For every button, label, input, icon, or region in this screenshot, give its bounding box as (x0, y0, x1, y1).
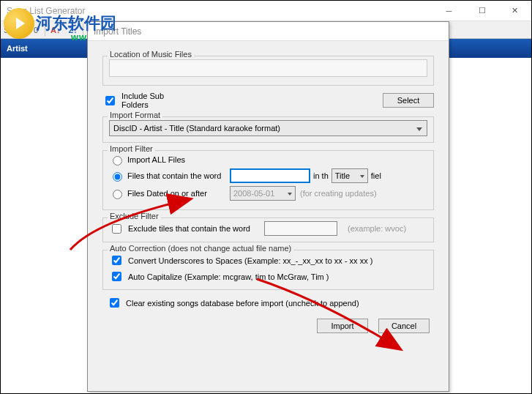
filter-all-radio[interactable] (113, 156, 122, 166)
location-fieldset: Location of Music Files (102, 56, 434, 86)
exclude-checkbox[interactable] (112, 224, 121, 234)
column-artist[interactable]: Artist (7, 44, 28, 53)
close-button[interactable]: ✕ (498, 1, 531, 21)
include-sub-label: Include Sub Folders (121, 92, 187, 109)
maximize-button[interactable]: ☐ (465, 1, 498, 21)
filter-all-label: Import ALL Files (127, 155, 185, 164)
format-combo[interactable]: DiscID - Artist - Title (Standard karaok… (109, 120, 427, 136)
filter-word-label: Files that contain the word (127, 171, 230, 180)
dialog-title: Import Titles (88, 22, 449, 41)
include-sub-checkbox[interactable] (105, 96, 115, 105)
in-th-label: in th (313, 171, 329, 180)
window-title: Song List Generator (7, 6, 432, 16)
minimize-button[interactable]: ─ (432, 1, 465, 21)
filter-word-radio[interactable] (113, 172, 122, 182)
select-button[interactable]: Select (383, 93, 434, 108)
capitalize-label: Auto Capitalize (Example: mcgraw, tim to… (128, 272, 329, 281)
filter-date-radio[interactable] (113, 190, 122, 199)
format-fieldset: Import Format DiscID - Artist - Title (S… (102, 116, 434, 143)
filter-fieldset: Import Filter Import ALL Files Files tha… (102, 150, 434, 210)
songs-count: Songs - 0 (4, 26, 38, 34)
auto-legend: Auto Correction (does not change actual … (108, 244, 293, 253)
main-titlebar: Song List Generator ─ ☐ ✕ (1, 1, 531, 21)
filter-field-combo[interactable]: Title (331, 168, 368, 183)
location-path (109, 59, 427, 77)
filter-legend: Import Filter (108, 144, 155, 153)
filter-date-label: Files Dated on or after (127, 189, 230, 198)
cancel-button[interactable]: Cancel (378, 319, 430, 333)
exclude-input[interactable] (264, 221, 337, 236)
format-value: DiscID - Artist - Title (Standard karaok… (113, 124, 280, 133)
underscores-label: Convert Underscores to Spaces (Example: … (128, 256, 372, 265)
format-legend: Import Format (108, 111, 162, 119)
exclude-label: Exclude tiles that contain the word (128, 224, 260, 233)
filter-date-value: 2008-05-01 (233, 189, 274, 198)
filter-date-picker[interactable]: 2008-05-01 (230, 186, 296, 201)
filter-word-input[interactable] (230, 168, 310, 183)
clear-label: Clear existing songs database before imp… (126, 299, 404, 308)
auto-fieldset: Auto Correction (does not change actual … (102, 250, 434, 290)
filter-field-value: Title (335, 171, 350, 180)
import-button[interactable]: Import (317, 319, 368, 333)
fiel-label: fiel (371, 171, 381, 180)
exclude-fieldset: Exclude Filter Exclude tiles that contai… (102, 218, 434, 242)
location-legend: Location of Music Files (108, 50, 194, 59)
import-dialog: Import Titles Location of Music Files In… (87, 21, 449, 392)
exclude-hint: (example: wvoc) (348, 224, 406, 233)
capitalize-checkbox[interactable] (112, 272, 121, 281)
underscores-checkbox[interactable] (112, 256, 121, 265)
clear-checkbox[interactable] (110, 298, 119, 308)
exclude-legend: Exclude Filter (108, 212, 161, 220)
filter-date-hint: (for creating updates) (300, 189, 377, 198)
sort-az-button[interactable]: A↓ (48, 24, 63, 36)
